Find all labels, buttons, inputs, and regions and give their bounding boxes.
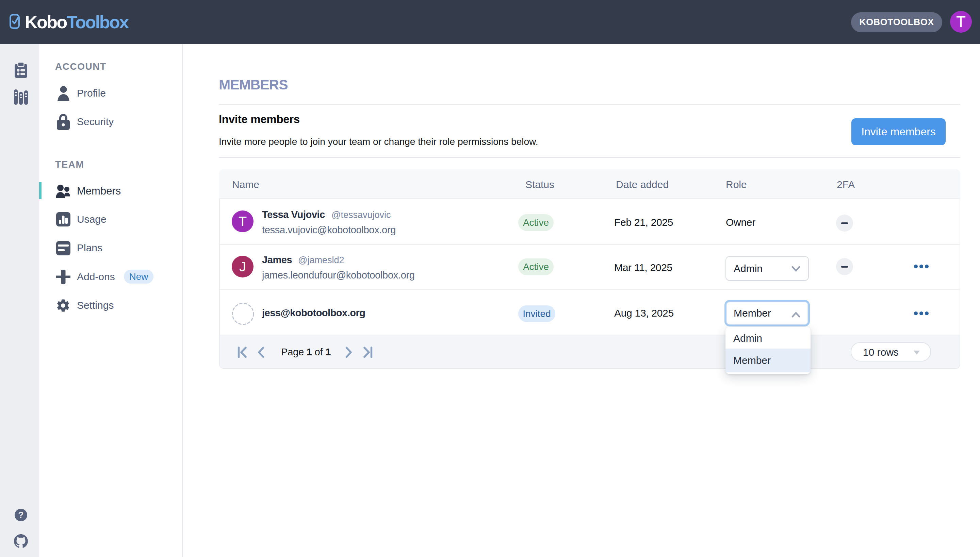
svg-text:?: ? xyxy=(18,510,24,520)
